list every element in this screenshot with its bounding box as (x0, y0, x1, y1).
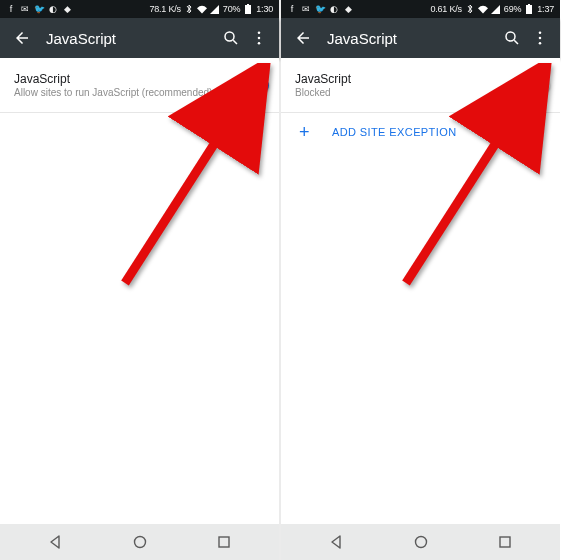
plus-icon: + (299, 123, 310, 141)
mail-icon: ✉ (301, 4, 311, 14)
net-speed: 78.1 K/s (149, 4, 180, 14)
svg-rect-9 (219, 537, 229, 547)
facebook-icon: f (6, 4, 16, 14)
battery-icon (524, 4, 534, 14)
clock: 1:37 (537, 4, 554, 14)
add-exception-label: ADD SITE EXCEPTION (332, 126, 457, 138)
nav-back-button[interactable] (306, 528, 366, 556)
toolbar: JavaScript (0, 18, 279, 58)
statusbar: f ✉ 🐦 ◐ ◆ 78.1 K/s 70% (0, 0, 279, 18)
javascript-setting-row[interactable]: JavaScript Blocked (281, 58, 560, 112)
svg-rect-1 (245, 5, 251, 14)
screen-left: f ✉ 🐦 ◐ ◆ 78.1 K/s 70% (0, 0, 280, 560)
content: JavaScript Allow sites to run JavaScript… (0, 58, 279, 524)
bluetooth-icon (465, 4, 475, 14)
setting-subtitle: Allow sites to run JavaScript (recommend… (14, 87, 235, 98)
svg-point-16 (539, 42, 542, 45)
nav-back-button[interactable] (25, 528, 85, 556)
mail-icon: ✉ (20, 4, 30, 14)
battery-icon (243, 4, 253, 14)
javascript-setting-row[interactable]: JavaScript Allow sites to run JavaScript… (0, 58, 279, 112)
setting-title: JavaScript (295, 72, 516, 86)
twitter-icon: 🐦 (315, 4, 325, 14)
app-icon: ◆ (62, 4, 72, 14)
net-speed: 0.61 K/s (430, 4, 461, 14)
overflow-menu-button[interactable] (526, 24, 554, 52)
svg-line-7 (125, 85, 252, 283)
svg-point-6 (258, 42, 261, 45)
toolbar-title: JavaScript (46, 30, 217, 47)
wifi-icon (197, 4, 207, 14)
divider (0, 112, 279, 113)
svg-rect-10 (528, 4, 530, 5)
javascript-toggle[interactable] (516, 78, 548, 92)
navbar (0, 524, 279, 560)
back-button[interactable] (8, 24, 36, 52)
statusbar: f ✉ 🐦 ◐ ◆ 0.61 K/s 69% (281, 0, 560, 18)
svg-point-18 (415, 537, 426, 548)
battery-text: 69% (504, 4, 521, 14)
search-button[interactable] (498, 24, 526, 52)
svg-rect-19 (500, 537, 510, 547)
app-icon: ◆ (343, 4, 353, 14)
svg-point-14 (539, 31, 542, 34)
nav-recent-button[interactable] (194, 528, 254, 556)
setting-title: JavaScript (14, 72, 235, 86)
signal-icon (210, 4, 220, 14)
svg-line-3 (233, 40, 237, 44)
svg-point-5 (258, 37, 261, 40)
svg-rect-11 (526, 5, 532, 14)
svg-point-4 (258, 31, 261, 34)
javascript-toggle[interactable] (235, 78, 267, 92)
svg-point-12 (506, 32, 515, 41)
svg-point-8 (134, 537, 145, 548)
nav-home-button[interactable] (391, 528, 451, 556)
toolbar: JavaScript (281, 18, 560, 58)
search-button[interactable] (217, 24, 245, 52)
battery-text: 70% (223, 4, 240, 14)
signal-icon (491, 4, 501, 14)
firefox-icon: ◐ (329, 4, 339, 14)
overflow-menu-button[interactable] (245, 24, 273, 52)
clock: 1:30 (256, 4, 273, 14)
svg-line-13 (514, 40, 518, 44)
nav-home-button[interactable] (110, 528, 170, 556)
setting-subtitle: Blocked (295, 87, 516, 98)
screen-right: f ✉ 🐦 ◐ ◆ 0.61 K/s 69% (280, 0, 560, 560)
navbar (281, 524, 560, 560)
svg-rect-0 (247, 4, 249, 5)
svg-point-15 (539, 37, 542, 40)
add-site-exception-button[interactable]: + ADD SITE EXCEPTION (281, 113, 560, 151)
back-button[interactable] (289, 24, 317, 52)
content: JavaScript Blocked + ADD SITE EXCEPTION (281, 58, 560, 524)
firefox-icon: ◐ (48, 4, 58, 14)
bluetooth-icon (184, 4, 194, 14)
wifi-icon (478, 4, 488, 14)
nav-recent-button[interactable] (475, 528, 535, 556)
facebook-icon: f (287, 4, 297, 14)
twitter-icon: 🐦 (34, 4, 44, 14)
svg-point-2 (225, 32, 234, 41)
toolbar-title: JavaScript (327, 30, 498, 47)
